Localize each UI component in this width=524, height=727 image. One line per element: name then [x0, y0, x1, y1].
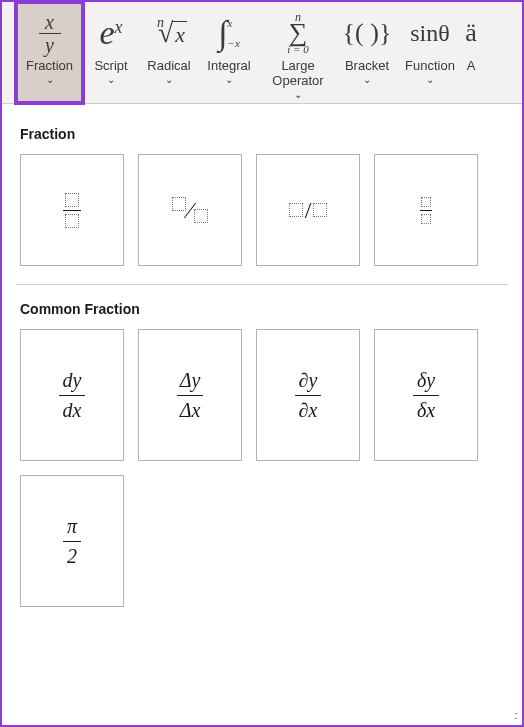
- chevron-down-icon: ⌄: [46, 76, 54, 84]
- numerator: Δy: [180, 369, 201, 392]
- function-icon: sinθ: [410, 8, 450, 58]
- chevron-down-icon: ⌄: [107, 76, 115, 84]
- denominator: Δx: [180, 399, 201, 422]
- common-fraction-title: Common Fraction: [16, 291, 508, 325]
- numerator: π: [67, 515, 77, 538]
- bracket-icon: {( )}: [343, 8, 392, 58]
- integral-label: Integral: [205, 58, 252, 74]
- fraction-gallery-panel: Fraction ∕: [2, 104, 522, 725]
- fraction-section-title: Fraction: [16, 116, 508, 150]
- function-dropdown[interactable]: sinθ Function ⌄: [397, 2, 463, 103]
- script-icon: ex: [99, 8, 122, 58]
- accent-icon: ä: [465, 8, 477, 58]
- fraction-small-delta-y-x[interactable]: δy δx: [374, 329, 478, 461]
- radical-icon: n√x: [151, 8, 187, 58]
- denominator: 2: [67, 545, 77, 568]
- fraction-icon: x y: [39, 8, 61, 58]
- fraction-label: Fraction: [24, 58, 75, 74]
- fraction-linear[interactable]: /: [256, 154, 360, 266]
- integral-dropdown[interactable]: ∫ x−x Integral ⌄: [199, 2, 259, 103]
- chevron-down-icon: ⌄: [426, 76, 434, 84]
- numerator: dy: [63, 369, 82, 392]
- denominator: ∂x: [299, 399, 318, 422]
- chevron-down-icon: ⌄: [225, 76, 233, 84]
- accent-label: A: [465, 58, 478, 74]
- accent-dropdown-cutoff[interactable]: ä A: [463, 2, 479, 103]
- fraction-dy-dx[interactable]: dy dx: [20, 329, 124, 461]
- fraction-tile-row: ∕ /: [16, 150, 508, 266]
- large-operator-label: Large Operator: [270, 58, 325, 89]
- script-label: Script: [92, 58, 129, 74]
- script-dropdown[interactable]: ex Script ⌄: [83, 2, 139, 103]
- resize-grip-icon[interactable]: .::: [514, 710, 516, 721]
- function-label: Function: [403, 58, 457, 74]
- common-fraction-section: Common Fraction dy dx Δy Δx ∂y: [16, 291, 508, 625]
- fraction-stacked[interactable]: [20, 154, 124, 266]
- denominator: dx: [63, 399, 82, 422]
- common-fraction-row: dy dx Δy Δx ∂y ∂x: [16, 325, 508, 607]
- fraction-pi-over-2[interactable]: π 2: [20, 475, 124, 607]
- chevron-down-icon: ⌄: [294, 91, 302, 99]
- bracket-dropdown[interactable]: {( )} Bracket ⌄: [337, 2, 397, 103]
- numerator: δy: [417, 369, 435, 392]
- fraction-skewed[interactable]: ∕: [138, 154, 242, 266]
- sigma-icon: n ∑ i = 0: [287, 8, 308, 58]
- fraction-delta-y-delta-x[interactable]: Δy Δx: [138, 329, 242, 461]
- radical-dropdown[interactable]: n√x Radical ⌄: [139, 2, 199, 103]
- chevron-down-icon: ⌄: [363, 76, 371, 84]
- fraction-section: Fraction ∕: [16, 116, 508, 285]
- equation-ribbon: x y Fraction ⌄ ex Script ⌄ n√x Radical ⌄…: [2, 2, 522, 104]
- integral-icon: ∫ x−x: [218, 8, 240, 58]
- large-operator-dropdown[interactable]: n ∑ i = 0 Large Operator ⌄: [259, 2, 337, 103]
- numerator: ∂y: [299, 369, 318, 392]
- fraction-dropdown[interactable]: x y Fraction ⌄: [16, 2, 83, 103]
- bracket-label: Bracket: [343, 58, 391, 74]
- radical-label: Radical: [145, 58, 192, 74]
- fraction-partial-y-partial-x[interactable]: ∂y ∂x: [256, 329, 360, 461]
- chevron-down-icon: ⌄: [165, 76, 173, 84]
- fraction-small[interactable]: [374, 154, 478, 266]
- denominator: δx: [417, 399, 435, 422]
